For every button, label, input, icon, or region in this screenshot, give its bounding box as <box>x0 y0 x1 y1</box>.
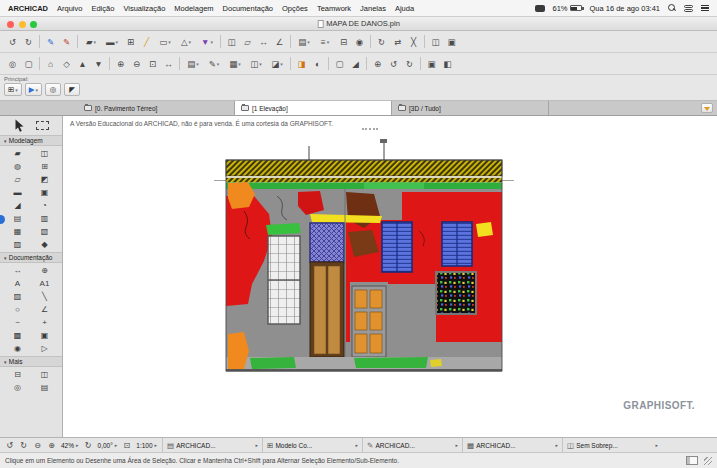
minimize-button[interactable] <box>19 21 26 28</box>
pan-icon[interactable]: ↔ <box>161 56 176 71</box>
zoom-in-icon[interactable]: ⊕ <box>45 439 58 452</box>
origin-button[interactable]: ◎ <box>45 83 61 96</box>
interior-elevation-tool[interactable]: ◎ <box>4 381 31 394</box>
layer-settings-icon[interactable]: ▤ <box>294 34 314 49</box>
panel-toggle-icon[interactable] <box>686 456 698 465</box>
redo-icon[interactable]: ↻ <box>21 34 36 49</box>
morph-tool[interactable]: ◆ <box>31 238 58 251</box>
beam-tool[interactable]: ▱ <box>4 173 31 186</box>
orientation-icon[interactable]: ↻ <box>82 439 95 452</box>
slab-tool-icon[interactable]: ▬ <box>102 34 122 49</box>
copy-icon[interactable]: ◫ <box>428 34 443 49</box>
wall-tool-icon[interactable]: ▰ <box>81 34 101 49</box>
zoom-forward-icon[interactable]: ↻ <box>17 439 30 452</box>
zoom-selection-icon[interactable]: ⊕ <box>370 56 385 71</box>
story-settings-icon[interactable]: ≡ <box>315 34 335 49</box>
menu-visualizacao[interactable]: Visualização <box>123 4 165 13</box>
column-tool[interactable]: ◍ <box>4 160 31 173</box>
model-view-pane[interactable]: ▦ARCHICAD... <box>462 438 562 452</box>
tab-3d-tudo[interactable]: [3D / Tudo] <box>392 101 549 115</box>
tab-elevacao[interactable]: [1 Elevação] <box>235 101 392 115</box>
cutting-plane-icon[interactable]: ◢ <box>348 56 363 71</box>
mirror-icon[interactable]: ⇄ <box>390 34 405 49</box>
section-tool-icon[interactable]: ⊟ <box>336 34 351 49</box>
virtual-trace-icon[interactable]: ◐ <box>310 56 325 71</box>
shell-tool[interactable]: ◔ <box>31 199 58 212</box>
menu-edicao[interactable]: Edição <box>91 4 114 13</box>
fill-tool[interactable]: ▨ <box>4 290 31 303</box>
menu-extra-icon[interactable] <box>535 5 545 12</box>
menu-documentacao[interactable]: Documentação <box>223 4 273 13</box>
elevation-tool[interactable]: ◫ <box>31 368 58 381</box>
hotspot-tool[interactable]: + <box>31 316 58 329</box>
beam-tool-icon[interactable]: ▱ <box>240 34 255 49</box>
section-header-documentation[interactable]: Documentação <box>0 252 62 263</box>
menubar-clock[interactable]: Qua 16 de ago 03:41 <box>590 4 660 13</box>
trace-reference-icon[interactable]: ◨ <box>294 56 309 71</box>
drawing-canvas[interactable]: A Versão Educacional do ARCHICAD, não é … <box>64 116 717 437</box>
control-center-icon[interactable] <box>684 5 693 12</box>
story-up-icon[interactable]: ▲ <box>75 56 90 71</box>
find-select-icon[interactable]: ◎ <box>5 56 20 71</box>
tab-overflow-menu-icon[interactable] <box>701 103 713 113</box>
story-down-icon[interactable]: ▼ <box>91 56 106 71</box>
zoom-back-icon[interactable]: ↺ <box>3 439 16 452</box>
resize-grip-icon[interactable] <box>704 457 712 465</box>
menu-arquivo[interactable]: Arquivo <box>57 4 82 13</box>
menu-opcoes[interactable]: Opções <box>282 4 308 13</box>
marker-tool[interactable]: ▷ <box>31 342 58 355</box>
text-tool[interactable]: A <box>4 277 31 290</box>
rotate-icon[interactable]: ↻ <box>374 34 389 49</box>
pen-sets-icon[interactable]: ✎ <box>204 56 224 71</box>
dimension-tool-icon[interactable]: ↔ <box>256 34 271 49</box>
fit-scale-icon[interactable]: ⊡ <box>120 439 133 452</box>
marquee-select-tool[interactable] <box>36 121 49 130</box>
default-settings-button[interactable]: ▶ <box>25 83 42 96</box>
zoom-out-icon[interactable]: ⊖ <box>129 56 144 71</box>
pen-color-icon[interactable]: ▼ <box>197 34 217 49</box>
organizer-icon[interactable]: ◧ <box>440 56 455 71</box>
arrow-select-tool[interactable] <box>14 119 25 132</box>
column-tool-icon[interactable]: ◫ <box>224 34 239 49</box>
zone-tool[interactable]: ▧ <box>31 225 58 238</box>
roof-tool[interactable]: ◢ <box>4 199 31 212</box>
structure-display-pane[interactable]: ⊞Modelo Co... <box>262 438 362 452</box>
menu-ajuda[interactable]: Ajuda <box>395 4 414 13</box>
graphic-override-pane[interactable]: ◫Sem Sobrep... <box>562 438 662 452</box>
damage-map-elevation-drawing[interactable] <box>214 136 514 386</box>
drawing-tool[interactable]: ▣ <box>31 329 58 342</box>
zoom-in-icon[interactable]: ⊕ <box>113 56 128 71</box>
previous-view-icon[interactable]: ↺ <box>386 56 401 71</box>
graphic-override-icon[interactable]: ◫ <box>246 56 266 71</box>
clipboard-icon[interactable]: ▣ <box>444 34 459 49</box>
undo-icon[interactable]: ↺ <box>5 34 20 49</box>
dimension-tool[interactable]: ↔ <box>4 264 31 277</box>
grid-snap-icon[interactable]: ⊞ <box>123 34 138 49</box>
layer-combination-pane[interactable]: ▤ARCHICAD... <box>162 438 262 452</box>
menu-archicad[interactable]: ARCHICAD <box>8 4 48 13</box>
favorites-button[interactable]: ⊞ <box>4 83 22 96</box>
level-dimension-tool[interactable]: ⊕ <box>31 264 58 277</box>
zoom-button[interactable] <box>30 21 37 28</box>
publisher-icon[interactable]: ▣ <box>424 56 439 71</box>
worksheet-tool[interactable]: ▤ <box>31 381 58 394</box>
curtain-wall-tool[interactable]: ▨ <box>4 238 31 251</box>
spotlight-search-icon[interactable] <box>668 4 676 12</box>
pen-set-pane[interactable]: ✎ARCHICAD... <box>362 438 462 452</box>
pen-tool-icon[interactable]: ✎ <box>43 34 58 49</box>
railing-tool[interactable]: ▥ <box>31 212 58 225</box>
door-tool[interactable]: ◫ <box>31 147 58 160</box>
menu-modelagem[interactable]: Modelagem <box>174 4 213 13</box>
select-all-icon[interactable]: ▢ <box>21 56 36 71</box>
section-header-more[interactable]: Mais <box>0 356 62 367</box>
notification-list-icon[interactable] <box>701 5 709 12</box>
skylight-tool[interactable]: ◩ <box>31 173 58 186</box>
angle-dimension-icon[interactable]: ∠ <box>272 34 287 49</box>
marker-tool-icon[interactable]: ✎ <box>59 34 74 49</box>
split-icon[interactable]: ╳ <box>406 34 421 49</box>
object-tool[interactable]: ▣ <box>31 186 58 199</box>
model-3d-icon[interactable]: ◇ <box>59 56 74 71</box>
menu-teamwork[interactable]: Teamwork <box>317 4 351 13</box>
zoom-out-icon[interactable]: ⊖ <box>31 439 44 452</box>
wall-tool[interactable]: ▰ <box>4 147 31 160</box>
